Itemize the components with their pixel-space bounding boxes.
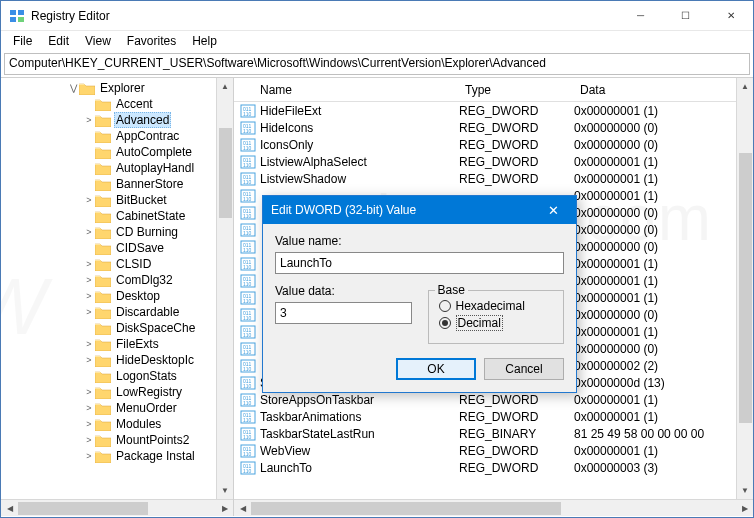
tree-item[interactable]: >Discardable [1,304,233,320]
menu-help[interactable]: Help [184,32,225,50]
menu-edit[interactable]: Edit [40,32,77,50]
menu-view[interactable]: View [77,32,119,50]
value-name-label: Value name: [275,234,564,248]
tree-item[interactable]: LogonStats [1,368,233,384]
value-data-input[interactable] [275,302,412,324]
base-fieldset: Base Hexadecimal Decimal [428,290,565,344]
maximize-button[interactable]: ☐ [663,1,708,31]
tree-scroll-horizontal[interactable]: ◀ ▶ [1,499,233,516]
list-scroll-horizontal[interactable]: ◀ ▶ [234,499,753,516]
tree-item[interactable]: >Package Instal [1,448,233,464]
reg-dword-icon: 011110 [240,172,256,186]
scroll-down-icon[interactable]: ▼ [217,482,233,499]
tree-item[interactable]: >Desktop [1,288,233,304]
col-name[interactable]: Name [234,79,459,101]
svg-text:110: 110 [243,196,252,202]
reg-dword-icon: 011110 [240,189,256,203]
svg-text:110: 110 [243,145,252,151]
svg-text:110: 110 [243,400,252,406]
list-row[interactable]: 011110WebViewREG_DWORD0x00000001 (1) [234,442,753,459]
tree-item[interactable]: >CLSID [1,256,233,272]
list-row[interactable]: 011110TaskbarAnimationsREG_DWORD0x000000… [234,408,753,425]
tree-item[interactable]: AutoplayHandl [1,160,233,176]
scroll-right-icon[interactable]: ▶ [736,500,753,516]
reg-dword-icon: 011110 [240,427,256,441]
svg-text:110: 110 [243,179,252,185]
tree-item[interactable]: CabinetState [1,208,233,224]
reg-dword-icon: 011110 [240,308,256,322]
reg-dword-icon: 011110 [240,325,256,339]
reg-dword-icon: 011110 [240,138,256,152]
tree-item[interactable]: >HideDesktopIc [1,352,233,368]
svg-text:110: 110 [243,128,252,134]
scroll-right-icon[interactable]: ▶ [216,500,233,516]
titlebar: Registry Editor ─ ☐ ✕ [1,1,753,31]
list-row[interactable]: 011110ListviewShadowREG_DWORD0x00000001 … [234,170,753,187]
scroll-up-icon[interactable]: ▲ [737,78,753,95]
tree-item[interactable]: >MenuOrder [1,400,233,416]
list-row[interactable]: 011110HideIconsREG_DWORD0x00000000 (0) [234,119,753,136]
reg-dword-icon: 011110 [240,240,256,254]
reg-dword-icon: 011110 [240,393,256,407]
tree-item[interactable]: Accent [1,96,233,112]
tree-item[interactable]: >LowRegistry [1,384,233,400]
tree-item[interactable]: >MountPoints2 [1,432,233,448]
list-row[interactable]: 011110ListviewAlphaSelectREG_DWORD0x0000… [234,153,753,170]
list-row[interactable]: 011110IconsOnlyREG_DWORD0x00000000 (0) [234,136,753,153]
reg-dword-icon: 011110 [240,410,256,424]
dialog-titlebar[interactable]: Edit DWORD (32-bit) Value ✕ [263,196,576,224]
tree-item[interactable]: >FileExts [1,336,233,352]
tree-item[interactable]: >Modules [1,416,233,432]
tree-item[interactable]: DiskSpaceChe [1,320,233,336]
svg-text:110: 110 [243,468,252,474]
tree-item[interactable]: BannerStore [1,176,233,192]
scroll-up-icon[interactable]: ▲ [217,78,233,95]
tree-item[interactable]: >Advanced [1,112,233,128]
reg-dword-icon: 011110 [240,155,256,169]
reg-dword-icon: 011110 [240,291,256,305]
tree-item[interactable]: >CD Burning [1,224,233,240]
svg-text:110: 110 [243,247,252,253]
radio-decimal[interactable]: Decimal [439,315,554,331]
value-name-input[interactable] [275,252,564,274]
scroll-left-icon[interactable]: ◀ [1,500,18,516]
tree-item[interactable]: >BitBucket [1,192,233,208]
tree-pane[interactable]: ⋁ExplorerAccent>AdvancedAppContracAutoCo… [1,78,234,516]
reg-dword-icon: 011110 [240,223,256,237]
list-row[interactable]: 011110HideFileExtREG_DWORD0x00000001 (1) [234,102,753,119]
address-bar[interactable]: Computer\HKEY_CURRENT_USER\Software\Micr… [4,53,750,75]
dialog-close-icon[interactable]: ✕ [538,203,568,218]
col-data[interactable]: Data [574,79,753,101]
list-row[interactable]: 011110TaskbarStateLastRunREG_BINARY81 25… [234,425,753,442]
list-header[interactable]: Name Type Data [234,78,753,102]
close-button[interactable]: ✕ [708,1,753,31]
reg-dword-icon: 011110 [240,104,256,118]
reg-dword-icon: 011110 [240,461,256,475]
tree-item[interactable]: AutoComplete [1,144,233,160]
tree-item[interactable]: AppContrac [1,128,233,144]
svg-text:110: 110 [243,264,252,270]
menu-favorites[interactable]: Favorites [119,32,184,50]
scroll-down-icon[interactable]: ▼ [737,482,753,499]
svg-text:110: 110 [243,366,252,372]
tree-scroll-vertical[interactable]: ▲ ▼ [216,78,233,499]
tree-item[interactable]: >ComDlg32 [1,272,233,288]
radio-hexadecimal[interactable]: Hexadecimal [439,299,554,313]
svg-rect-3 [18,17,24,22]
list-row[interactable]: 011110StoreAppsOnTaskbarREG_DWORD0x00000… [234,391,753,408]
minimize-button[interactable]: ─ [618,1,663,31]
reg-dword-icon: 011110 [240,444,256,458]
app-icon [9,8,25,24]
svg-text:110: 110 [243,230,252,236]
tree-item[interactable]: CIDSave [1,240,233,256]
scroll-left-icon[interactable]: ◀ [234,500,251,516]
list-row[interactable]: 011110LaunchToREG_DWORD0x00000003 (3) [234,459,753,476]
svg-text:110: 110 [243,281,252,287]
menu-file[interactable]: File [5,32,40,50]
list-scroll-vertical[interactable]: ▲ ▼ [736,78,753,499]
col-type[interactable]: Type [459,79,574,101]
ok-button[interactable]: OK [396,358,476,380]
tree-item[interactable]: ⋁Explorer [1,80,233,96]
cancel-button[interactable]: Cancel [484,358,564,380]
svg-text:110: 110 [243,434,252,440]
